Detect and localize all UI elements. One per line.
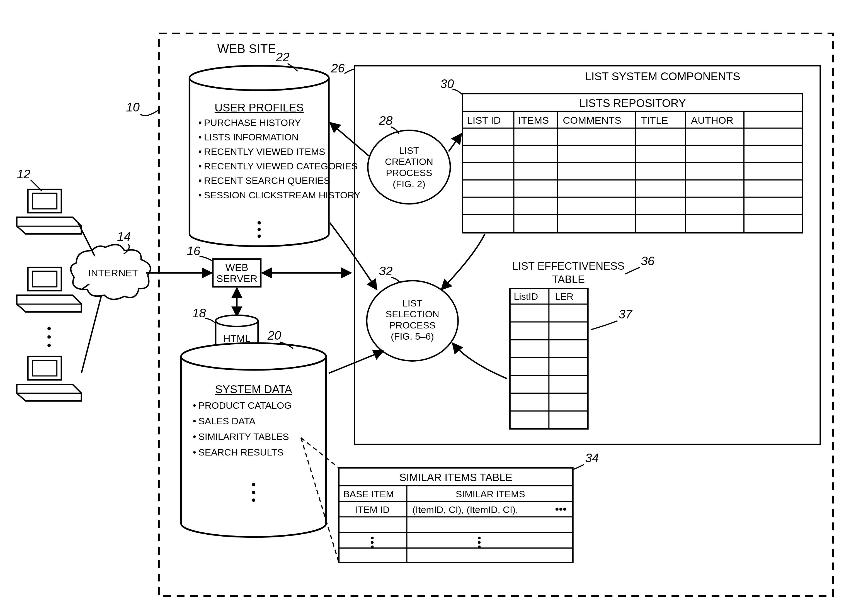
svg-line-48: [330, 123, 369, 156]
svg-text:•: •: [199, 132, 202, 142]
up3: RECENTLY VIEWED ITEMS: [204, 146, 325, 157]
up5: RECENT SEARCH QUERIES: [204, 175, 330, 186]
lcp3: PROCESS: [386, 167, 432, 178]
lcp1: LIST: [399, 145, 419, 156]
ref-14: 14: [117, 230, 131, 243]
list-effectiveness-table: LIST EFFECTIVENESS TABLE ListID LER: [510, 260, 624, 429]
svg-point-17: [189, 66, 329, 90]
web-server-l1: WEB: [225, 262, 248, 273]
let-col-1: ListID: [514, 291, 538, 302]
svg-point-10: [48, 335, 51, 338]
svg-text:•: •: [199, 161, 202, 171]
web-server-l2: SERVER: [216, 273, 257, 284]
ref-32: 32: [379, 264, 393, 278]
sit-r1b: (ItemID, CI), (ItemID, CI),: [413, 504, 518, 515]
lr-col-5: AUTHOR: [691, 115, 733, 126]
svg-rect-7: [32, 360, 57, 376]
lr-col-1: LIST ID: [467, 115, 500, 126]
ref-18: 18: [192, 306, 206, 320]
svg-point-11: [48, 344, 51, 347]
ref-28: 28: [379, 114, 393, 128]
svg-point-33: [252, 491, 255, 494]
svg-text:•: •: [193, 416, 196, 426]
ref-20: 20: [267, 329, 281, 342]
system-data-title: SYSTEM DATA: [215, 383, 292, 395]
computer-icon: [17, 356, 82, 401]
sit-dots-right: •••: [555, 503, 567, 515]
website-label: WEB SITE: [217, 42, 276, 55]
sit-h1: BASE ITEM: [343, 488, 394, 499]
svg-point-26: [257, 235, 261, 238]
svg-point-68: [371, 545, 374, 548]
computer-icon: [17, 189, 82, 234]
svg-point-70: [478, 541, 480, 544]
svg-line-14: [82, 295, 102, 373]
ref-26: 26: [331, 61, 345, 75]
lists-repo-title: LISTS REPOSITORY: [579, 97, 686, 109]
lsp1: LIST: [402, 298, 423, 309]
diagram-root: WEB SITE 10 12 INTERNET 14 WEB SERVER 16…: [0, 0, 856, 616]
sit-title: SIMILAR ITEMS TABLE: [399, 472, 513, 483]
ref-30: 30: [440, 77, 454, 91]
lcp2: CREATION: [385, 156, 433, 167]
svg-point-66: [371, 537, 374, 539]
up6: SESSION CLICKSTREAM HISTORY: [204, 190, 360, 200]
up2: LISTS INFORMATION: [204, 132, 299, 142]
sd3: SIMILARITY TABLES: [199, 431, 289, 442]
internet-cloud: INTERNET: [71, 244, 151, 300]
svg-point-69: [478, 537, 480, 539]
svg-point-32: [252, 483, 255, 486]
svg-text:•: •: [199, 190, 202, 200]
sit-r1a: ITEM ID: [355, 504, 390, 515]
svg-point-24: [257, 221, 261, 224]
svg-point-25: [257, 228, 261, 231]
ref-36: 36: [641, 254, 654, 268]
lr-col-2: ITEMS: [518, 115, 549, 126]
svg-point-67: [371, 541, 374, 544]
list-system-label: LIST SYSTEM COMPONENTS: [585, 70, 741, 83]
ref-12: 12: [17, 167, 30, 181]
svg-text:•: •: [193, 400, 196, 411]
let-title-1: LIST EFFECTIVENESS: [512, 260, 624, 272]
sd4: SEARCH RESULTS: [199, 447, 283, 458]
sit-h2: SIMILAR ITEMS: [456, 488, 525, 499]
user-profiles-title: USER PROFILES: [215, 101, 304, 114]
svg-point-27: [181, 343, 326, 370]
svg-rect-4: [32, 271, 57, 287]
svg-point-71: [478, 545, 480, 548]
ref-34: 34: [585, 451, 599, 465]
similar-items-table: SIMILAR ITEMS TABLE BASE ITEM SIMILAR IT…: [339, 468, 573, 562]
ref-22: 22: [276, 50, 289, 64]
svg-line-49: [448, 134, 461, 152]
client-computers: [17, 189, 82, 401]
up4: RECENTLY VIEWED CATEGORIES: [204, 161, 358, 171]
lcp4: (FIG. 2): [393, 178, 425, 189]
ref-10: 10: [126, 100, 140, 114]
lists-repository-table: LISTS REPOSITORY LIST ID ITEMS COMMENTS …: [462, 94, 802, 233]
user-profiles-cylinder: USER PROFILES •PURCHASE HISTORY •LISTS I…: [189, 66, 360, 246]
lr-col-3: COMMENTS: [563, 115, 621, 126]
svg-text:•: •: [193, 431, 196, 442]
let-title-2: TABLE: [552, 273, 585, 285]
sd2: SALES DATA: [199, 416, 256, 426]
lsp3: PROCESS: [389, 320, 436, 330]
sd1: PRODUCT CATALOG: [199, 400, 291, 411]
svg-text:•: •: [199, 117, 202, 128]
lr-col-4: TITLE: [641, 115, 668, 126]
svg-text:•: •: [193, 447, 196, 458]
ref-16: 16: [187, 244, 200, 258]
svg-text:•: •: [199, 175, 202, 186]
ref-37: 37: [619, 307, 633, 321]
let-col-2: LER: [555, 291, 573, 302]
svg-point-9: [48, 327, 51, 330]
up1: PURCHASE HISTORY: [204, 117, 301, 128]
svg-rect-1: [32, 194, 57, 209]
lsp2: SELECTION: [385, 309, 439, 319]
svg-point-16: [216, 315, 258, 326]
internet-label: INTERNET: [88, 267, 138, 279]
lsp4: (FIG. 5–6): [391, 331, 434, 341]
svg-text:•: •: [199, 146, 202, 157]
svg-point-34: [252, 498, 255, 502]
